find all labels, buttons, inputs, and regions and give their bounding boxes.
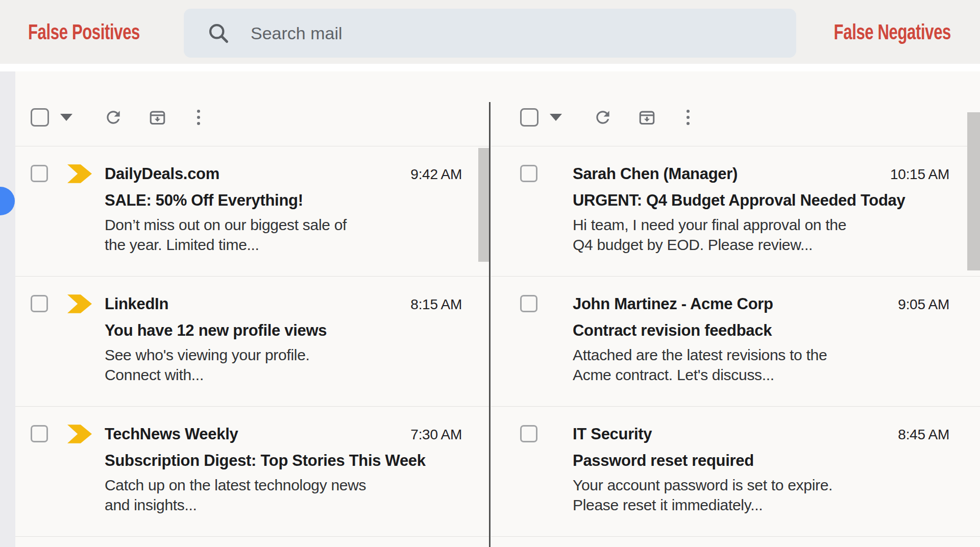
email-time: 9:42 AM	[410, 166, 462, 183]
right-scrollbar-thumb[interactable]	[967, 112, 980, 270]
email-first-line: LinkedIn 8:15 AM	[105, 293, 462, 315]
email-subject: You have 12 new profile views	[105, 320, 462, 341]
email-sender: TechNews Weekly	[105, 424, 238, 445]
email-first-line: IT Security 8:45 AM	[573, 424, 949, 445]
email-text: John Martinez - Acme Corp 9:05 AM Contra…	[573, 293, 949, 385]
email-time: 10:15 AM	[890, 166, 949, 183]
email-row[interactable]: Sarah Chen (Manager) 10:15 AM URGENT: Q4…	[491, 146, 980, 277]
false-positives-panel: DailyDeals.com 9:42 AM SALE: 50% Off Eve…	[15, 71, 490, 547]
content-area: DailyDeals.com 9:42 AM SALE: 50% Off Eve…	[0, 71, 980, 547]
email-snippet-line1: Attached are the latest revisions to the	[573, 345, 949, 365]
search-icon	[207, 21, 230, 45]
email-subject: Subscription Digest: Top Stories This We…	[105, 451, 462, 471]
email-subject: Password reset required	[573, 451, 949, 471]
false-negatives-email-list: Sarah Chen (Manager) 10:15 AM URGENT: Q4…	[491, 146, 980, 537]
email-row[interactable]: TechNews Weekly 7:30 AM Subscription Dig…	[15, 407, 490, 537]
email-row[interactable]: John Martinez - Acme Corp 9:05 AM Contra…	[491, 277, 980, 407]
select-all-checkbox[interactable]	[520, 108, 538, 127]
email-subject: URGENT: Q4 Budget Approval Needed Today	[573, 190, 949, 211]
email-row[interactable]: DailyDeals.com 9:42 AM SALE: 50% Off Eve…	[15, 146, 490, 277]
email-snippet-line1: See who's viewing your profile.	[105, 345, 462, 365]
false-negatives-title: False Negatives	[834, 0, 951, 64]
email-text: IT Security 8:45 AM Password reset requi…	[573, 424, 949, 515]
email-snippet-line1: Catch up on the latest technology news	[105, 475, 462, 495]
email-row[interactable]: IT Security 8:45 AM Password reset requi…	[491, 407, 980, 537]
email-text: TechNews Weekly 7:30 AM Subscription Dig…	[105, 424, 462, 515]
email-checkbox[interactable]	[31, 425, 48, 442]
email-text: DailyDeals.com 9:42 AM SALE: 50% Off Eve…	[105, 163, 462, 255]
email-sender: LinkedIn	[105, 293, 168, 315]
email-sender: John Martinez - Acme Corp	[573, 293, 773, 315]
refresh-icon[interactable]	[593, 108, 612, 127]
email-snippet-line2: Please reset it immediately...	[573, 495, 949, 515]
selection-dropdown-caret-icon[interactable]	[60, 114, 72, 121]
archive-icon[interactable]	[148, 108, 167, 127]
search-input[interactable]	[250, 23, 781, 44]
select-all-checkbox[interactable]	[31, 108, 49, 127]
email-first-line: John Martinez - Acme Corp 9:05 AM	[573, 293, 949, 315]
email-text: LinkedIn 8:15 AM You have 12 new profile…	[105, 293, 462, 385]
panel-divider	[489, 102, 491, 547]
email-first-line: Sarah Chen (Manager) 10:15 AM	[573, 163, 949, 185]
right-toolbar	[491, 71, 980, 146]
selection-dropdown-caret-icon[interactable]	[550, 114, 562, 121]
mail-app-screen: False Positives False Negatives	[0, 0, 980, 547]
email-time: 8:15 AM	[410, 296, 462, 313]
false-positives-email-list: DailyDeals.com 9:42 AM SALE: 50% Off Eve…	[15, 146, 490, 537]
email-checkbox[interactable]	[31, 295, 48, 312]
email-time: 8:45 AM	[898, 427, 949, 443]
email-first-line: TechNews Weekly 7:30 AM	[105, 424, 462, 445]
email-row[interactable]: LinkedIn 8:15 AM You have 12 new profile…	[15, 277, 490, 407]
importance-marker-icon[interactable]	[67, 164, 92, 183]
email-checkbox[interactable]	[520, 165, 537, 182]
email-checkbox[interactable]	[31, 165, 48, 182]
email-snippet-line2: and insights...	[105, 495, 462, 515]
email-snippet-line2: the year. Limited time...	[105, 235, 462, 255]
false-positives-title: False Positives	[28, 0, 140, 64]
email-first-line: DailyDeals.com 9:42 AM	[105, 163, 462, 185]
importance-marker-icon[interactable]	[67, 294, 92, 313]
email-sender: IT Security	[573, 424, 652, 445]
email-snippet-line2: Acme contract. Let's discuss...	[573, 365, 949, 385]
search-bar[interactable]	[184, 9, 796, 58]
email-checkbox[interactable]	[520, 425, 537, 442]
left-scrollbar-thumb[interactable]	[478, 148, 489, 262]
more-options-icon[interactable]	[687, 110, 690, 125]
importance-marker-icon[interactable]	[67, 425, 92, 443]
top-bar: False Positives False Negatives	[0, 0, 980, 64]
email-subject: Contract revision feedback	[573, 320, 949, 341]
header-separator	[0, 64, 980, 71]
archive-icon[interactable]	[638, 108, 656, 127]
email-text: Sarah Chen (Manager) 10:15 AM URGENT: Q4…	[573, 163, 949, 255]
email-time: 9:05 AM	[898, 296, 949, 313]
refresh-icon[interactable]	[104, 108, 123, 127]
email-subject: SALE: 50% Off Everything!	[105, 190, 462, 211]
email-snippet-line1: Don’t miss out on our biggest sale of	[105, 215, 462, 235]
email-snippet-line2: Q4 budget by EOD. Please review...	[573, 235, 949, 255]
left-gutter	[0, 71, 15, 547]
email-sender: Sarah Chen (Manager)	[573, 163, 738, 185]
email-snippet-line1: Your account password is set to expire.	[573, 475, 949, 495]
email-checkbox[interactable]	[520, 295, 537, 312]
left-toolbar	[15, 71, 490, 146]
email-time: 7:30 AM	[410, 427, 462, 443]
email-snippet-line2: Connect with...	[105, 365, 462, 385]
email-snippet-line1: Hi team, I need your final approval on t…	[573, 215, 949, 235]
more-options-icon[interactable]	[197, 110, 200, 125]
email-sender: DailyDeals.com	[105, 163, 219, 185]
false-negatives-panel: Sarah Chen (Manager) 10:15 AM URGENT: Q4…	[491, 71, 980, 547]
